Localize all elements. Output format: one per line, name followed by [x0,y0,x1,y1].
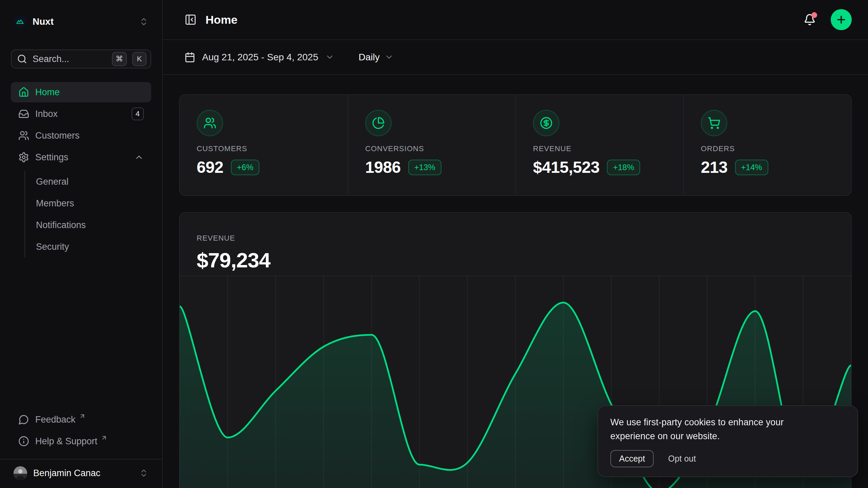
period-value: Daily [359,52,380,63]
users-icon [18,130,29,141]
cookie-banner: We use first-party cookies to enhance yo… [597,405,858,477]
sidebar-item-members[interactable]: Members [25,192,151,214]
stat-value: 213 [701,158,728,177]
date-range-picker[interactable]: Aug 21, 2025 - Sep 4, 2025 [184,52,334,63]
delta-badge: +14% [735,160,768,175]
chevron-down-icon [384,53,394,62]
opt-out-button[interactable]: Opt out [668,454,696,464]
dollar-circle-icon [533,110,559,136]
stats-card: CUSTOMERS 692 +6% CONVERSIONS 1986 +13% [179,94,852,196]
accept-button[interactable]: Accept [610,450,654,467]
inbox-count-badge: 4 [132,107,144,120]
filters-toolbar: Aug 21, 2025 - Sep 4, 2025 Daily [163,40,868,75]
settings-subnav: General Members Notifications Security [24,171,151,258]
notifications-button[interactable] [804,14,816,26]
stat-label: ORDERS [701,144,851,153]
sidebar-item-label: Home [35,87,60,98]
arrow-up-right-icon [101,434,107,441]
delta-badge: +18% [607,160,640,175]
sidebar-spacer [11,258,151,409]
arrow-up-right-icon [79,413,86,420]
avatar [14,466,27,480]
sidebar-item-label: Customers [35,130,80,141]
sidebar-item-customers[interactable]: Customers [11,125,151,146]
sidebar-item-settings[interactable]: Settings [11,147,151,167]
message-bubble-icon [18,414,29,425]
team-name: Nuxt [33,16,54,27]
nuxt-logo-icon [14,15,26,28]
search-icon [17,54,27,64]
chevron-down-icon [325,53,334,62]
date-range-value: Aug 21, 2025 - Sep 4, 2025 [202,52,318,63]
team-switcher[interactable]: Nuxt [11,13,151,30]
stat-value: 692 [197,158,223,177]
users-icon [197,110,223,136]
sidebar-item-general[interactable]: General [25,171,151,192]
inbox-icon [18,108,29,119]
sidebar-item-notifications[interactable]: Notifications [25,214,151,236]
sidebar-nav: Home Inbox 4 Customers Settings General [11,82,151,258]
collapse-sidebar-button[interactable] [184,14,197,26]
sidebar-item-label: Settings [35,152,68,163]
search-placeholder: Search... [33,54,106,64]
chevrons-up-down-icon [139,17,149,26]
revenue-chart-value: $79,234 [197,248,851,272]
kbd-k-key: K [132,52,146,66]
info-circle-icon [18,436,29,447]
add-button[interactable] [831,9,852,30]
page-title: Home [205,13,237,26]
stat-label: REVENUE [533,144,683,153]
notification-dot [811,12,817,18]
calendar-icon [184,52,195,63]
pie-chart-icon [365,110,392,136]
sidebar-item-help-support[interactable]: Help & Support [11,431,151,451]
stat-conversions[interactable]: CONVERSIONS 1986 +13% [348,95,515,195]
user-name: Benjamin Canac [33,468,100,479]
cookie-actions: Accept Opt out [610,450,845,467]
sidebar-item-label: Inbox [35,109,58,119]
stat-orders[interactable]: ORDERS 213 +14% [683,95,851,195]
gear-icon [18,152,29,163]
plus-icon [835,14,847,25]
header-actions [804,9,852,30]
shopping-cart-icon [701,110,727,136]
stat-customers[interactable]: CUSTOMERS 692 +6% [180,95,348,195]
sidebar-footer-nav: Feedback Help & Support [11,409,151,451]
period-select[interactable]: Daily [359,52,394,63]
search-input[interactable]: Search... ⌘ K [11,49,151,68]
revenue-chart-label: REVENUE [197,234,851,243]
sidebar-item-security[interactable]: Security [25,236,151,258]
sidebar-item-label: Help & Support [35,436,97,447]
delta-badge: +6% [231,160,260,175]
stat-label: CONVERSIONS [365,144,515,153]
sidebar: Nuxt Search... ⌘ K Home Inbox 4 Cust [0,0,163,488]
panel-left-close-icon [184,14,197,26]
sidebar-item-label: Feedback [35,414,76,425]
stat-label: CUSTOMERS [197,144,348,153]
sidebar-item-home[interactable]: Home [11,82,151,102]
cookie-message: We use first-party cookies to enhance yo… [610,415,821,443]
chevron-up-icon [134,152,144,162]
sidebar-item-inbox[interactable]: Inbox 4 [11,104,151,124]
stat-revenue[interactable]: REVENUE $415,523 +18% [515,95,683,195]
sidebar-item-feedback[interactable]: Feedback [11,409,151,430]
kbd-meta-key: ⌘ [112,52,127,66]
user-menu[interactable]: Benjamin Canac [11,460,151,488]
stat-value: $415,523 [533,158,599,177]
chevrons-up-down-icon [139,468,149,478]
page-header: Home [163,0,868,40]
delta-badge: +13% [408,160,441,175]
stat-value: 1986 [365,158,401,177]
home-icon [18,87,29,98]
